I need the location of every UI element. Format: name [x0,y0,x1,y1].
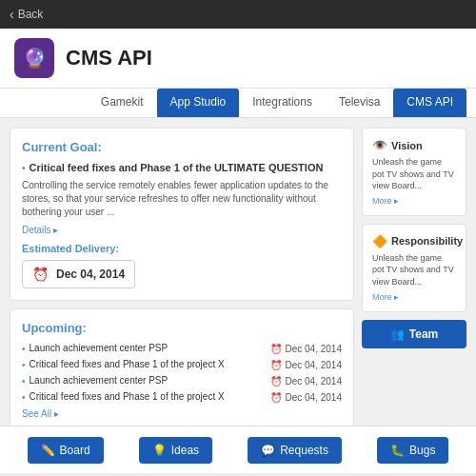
delivery-date: Dec 04, 2014 [56,268,125,281]
tab-appstudio[interactable]: App Studio [157,89,240,117]
board-label: Board [60,444,90,457]
team-label: Team [409,327,438,341]
ideas-button[interactable]: 💡 Ideas [139,437,212,464]
vision-more-link[interactable]: More ▸ [372,196,456,206]
team-icon: 👥 [390,327,405,341]
goal-item-label: Critical feed fixes and Phase 1 of the U… [30,162,324,173]
responsibility-more-link[interactable]: More ▸ [372,292,456,302]
delivery-label: Estimated Delivery: [22,243,342,254]
back-label: Back [18,8,44,21]
clock-icon-small: ⏰ [270,392,282,403]
upcoming-item-label: Launch achievement center PSP [30,375,169,386]
board-button[interactable]: ✏️ Board [28,437,104,464]
bullet-icon: • [22,344,26,354]
responsibility-text: Unleash the game pot TV shows and TV vie… [372,252,456,288]
ideas-icon: 💡 [152,444,167,457]
tab-integrations[interactable]: Integrations [239,89,326,117]
bullet-icon: • [22,376,26,387]
responsibility-card: 🔶 Responsibility Unleash the game pot TV… [362,224,466,312]
main-content: Current Goal: • Critical feed fixes and … [0,118,476,426]
vision-icon: 👁️ [372,138,387,152]
tab-cmsapi[interactable]: CMS API [393,89,466,117]
upcoming-item-label: Critical feed fixes and Phase 1 of the p… [30,391,225,402]
tab-televisa[interactable]: Televisa [326,89,393,117]
back-arrow-icon: ‹ [10,7,14,22]
nav-tabs: Gamekit App Studio Integrations Televisa… [0,89,476,118]
requests-button[interactable]: 💬 Requests [248,437,342,464]
upcoming-item-label: Launch achievement center PSP [30,343,169,353]
vision-title: 👁️ Vision [372,138,456,152]
goal-item: • Critical feed fixes and Phase 1 of the… [22,162,342,177]
left-panel: Current Goal: • Critical feed fixes and … [10,128,354,416]
upcoming-card: Upcoming: • Launch achievement center PS… [10,308,354,426]
upcoming-item-date: Dec 04, 2014 [286,376,343,387]
upcoming-item-date: Dec 04, 2014 [286,344,343,354]
app-logo: 🔮 [14,38,54,78]
upcoming-item-2: • Launch achievement center PSP ⏰ Dec 04… [22,375,342,387]
details-link[interactable]: Details ▸ [22,225,342,235]
goal-description: Controlling the service remotely enables… [22,179,342,219]
tab-gamekit[interactable]: Gamekit [88,89,157,117]
upcoming-item-1: • Critical feed fixes and Phase 1 of the… [22,359,342,370]
app-title: CMS API [66,46,152,70]
top-bar: ‹ Back [0,0,476,29]
back-button[interactable]: ‹ Back [10,7,43,22]
upcoming-item-date: Dec 04, 2014 [286,360,343,370]
vision-card: 👁️ Vision Unleash the game pot TV shows … [362,128,466,216]
responsibility-icon: 🔶 [372,234,387,248]
bugs-button[interactable]: 🐛 Bugs [377,437,448,464]
requests-label: Requests [280,444,328,457]
right-panel: 👁️ Vision Unleash the game pot TV shows … [362,128,466,416]
board-icon: ✏️ [41,444,55,457]
current-goal-title: Current Goal: [22,140,342,154]
logo-icon: 🔮 [23,47,47,69]
upcoming-item-3: • Critical feed fixes and Phase 1 of the… [22,391,342,403]
bottom-toolbar: ✏️ Board 💡 Ideas 💬 Requests 🐛 Bugs [0,426,476,473]
requests-icon: 💬 [261,444,275,457]
vision-text: Unleash the game pot TV shows and TV vie… [372,156,456,192]
team-button[interactable]: 👥 Team [362,320,466,348]
upcoming-title: Upcoming: [22,321,342,335]
bullet-icon: • [22,360,26,370]
clock-icon-small: ⏰ [270,344,282,354]
upcoming-item-label: Critical feed fixes and Phase 1 of the p… [30,359,225,369]
clock-icon: ⏰ [32,267,49,282]
bugs-icon: 🐛 [390,444,405,457]
clock-icon-small: ⏰ [270,360,282,370]
upcoming-item-0: • Launch achievement center PSP ⏰ Dec 04… [22,343,342,354]
current-goal-card: Current Goal: • Critical feed fixes and … [10,128,354,301]
responsibility-title: 🔶 Responsibility [372,234,456,248]
bugs-label: Bugs [409,444,435,457]
bullet-icon: • [22,163,26,173]
delivery-date-box: ⏰ Dec 04, 2014 [22,260,135,288]
bullet-icon: • [22,392,26,403]
upcoming-item-date: Dec 04, 2014 [286,392,343,403]
clock-icon-small: ⏰ [270,376,282,387]
ideas-label: Ideas [171,444,199,457]
see-all-link[interactable]: See All ▸ [22,408,342,419]
app-header: 🔮 CMS API [0,29,476,89]
